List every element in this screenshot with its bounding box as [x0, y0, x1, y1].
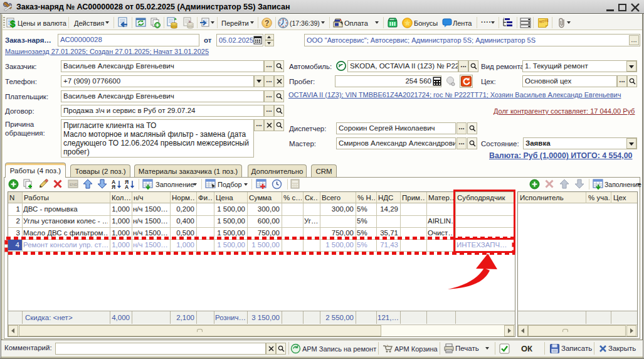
- svg-text:А: А: [125, 184, 129, 190]
- svg-text:Я: Я: [112, 184, 115, 190]
- svg-text:END: END: [70, 183, 78, 186]
- svg-text:$: $: [10, 18, 16, 28]
- svg-text:?: ?: [265, 19, 269, 28]
